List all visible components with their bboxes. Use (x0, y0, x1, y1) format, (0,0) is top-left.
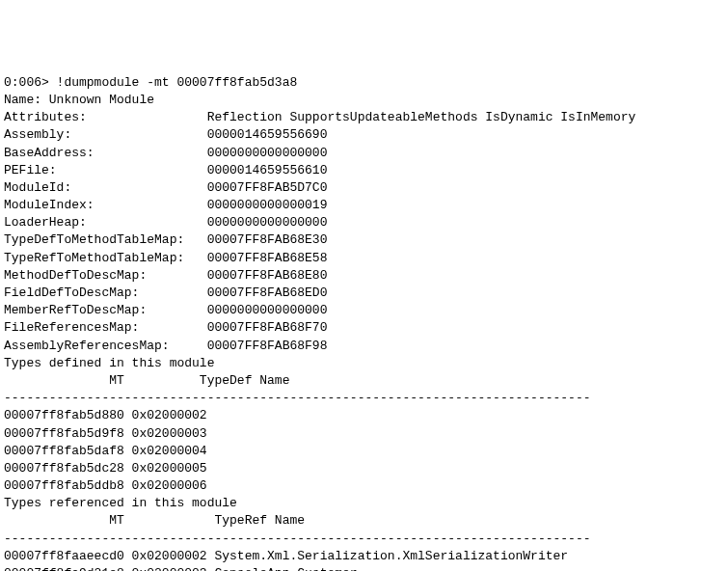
debugger-output: 0:006> !dumpmodule -mt 00007ff8fab5d3a8N… (4, 74, 728, 571)
types-referenced-columns: MT TypeRef Name (4, 512, 728, 530)
module-field: AssemblyReferencesMap: 00007FF8FAB68F98 (4, 338, 728, 355)
module-field: MethodDefToDescMap: 00007FF8FAB68E80 (4, 267, 728, 285)
type-referenced-row: 00007ff8faaeecd0 0x02000002 System.Xml.S… (4, 548, 728, 565)
module-field: TypeRefToMethodTableMap: 00007FF8FAB68E5… (4, 250, 728, 267)
module-field: LoaderHeap: 0000000000000000 (4, 214, 728, 231)
module-field: BaseAddress: 0000000000000000 (4, 145, 728, 162)
type-defined-row: 00007ff8fab5dc28 0x02000005 (4, 460, 728, 477)
module-field: TypeDefToMethodTableMap: 00007FF8FAB68E3… (4, 231, 728, 249)
module-name: Name: Unknown Module (4, 92, 728, 109)
type-defined-row: 00007ff8fab5d9f8 0x02000003 (4, 425, 728, 443)
types-defined-columns: MT TypeDef Name (4, 372, 728, 390)
module-attributes: Attributes: Reflection SupportsUpdateabl… (4, 109, 728, 126)
types-defined-header: Types defined in this module (4, 355, 728, 372)
module-field: ModuleId: 00007FF8FAB5D7C0 (4, 179, 728, 197)
type-defined-row: 00007ff8fab5ddb8 0x02000006 (4, 477, 728, 495)
types-referenced-header: Types referenced in this module (4, 495, 728, 512)
module-field: FileReferencesMap: 00007FF8FAB68F70 (4, 319, 728, 337)
separator: ----------------------------------------… (4, 390, 728, 407)
module-field: MemberRefToDescMap: 0000000000000000 (4, 302, 728, 319)
module-field: PEFile: 0000014659556610 (4, 162, 728, 179)
module-field: Assembly: 0000014659556690 (4, 126, 728, 144)
module-field: FieldDefToDescMap: 00007FF8FAB68ED0 (4, 285, 728, 302)
type-defined-row: 00007ff8fab5daf8 0x02000004 (4, 443, 728, 460)
command-line: 0:006> !dumpmodule -mt 00007ff8fab5d3a8 (4, 74, 728, 92)
type-defined-row: 00007ff8fab5d880 0x02000002 (4, 407, 728, 424)
module-field: ModuleIndex: 0000000000000019 (4, 197, 728, 214)
separator: ----------------------------------------… (4, 530, 728, 548)
type-referenced-row: 00007ff8fa9d21e8 0x02000003 ConsoleApp.C… (4, 565, 728, 571)
